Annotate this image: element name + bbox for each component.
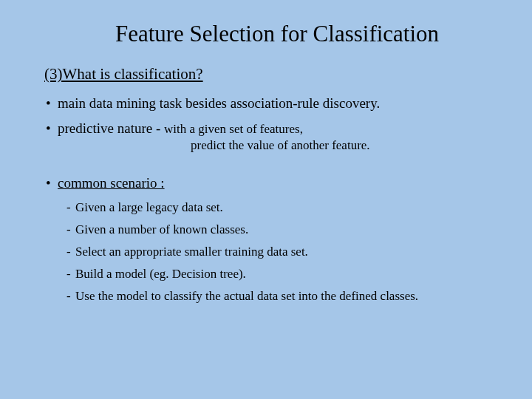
dash-icon: - [66,222,75,237]
sub-item: -Build a model (eg. Decision tree). [66,267,495,282]
sub-item: -Use the model to classify the actual da… [66,289,495,304]
sub-item: -Given a large legacy data set. [66,200,495,215]
bullet-dot-icon: • [44,175,58,191]
bullet-item: • main data mining task besides associat… [44,95,495,112]
dash-icon: - [66,289,75,304]
bullet-dot-icon: • [44,120,58,137]
sub-item: -Given a number of known classes. [66,222,495,237]
sub-item: -Select an appropriate smaller training … [66,245,495,259]
section-subheading: (3)What is classification? [44,65,495,83]
dash-icon: - [66,245,75,259]
predictive-sub2: predict the value of another feature. [191,138,495,153]
sub-text: Given a large legacy data set. [75,200,223,214]
predictive-lead: predictive nature - [58,120,164,136]
slide-title: Feature Selection for Classification [59,21,495,47]
bullet-dot-icon: • [44,95,58,112]
sub-text: Select an appropriate smaller training d… [75,245,308,259]
bullet-text-scenario: common scenario : [58,175,495,191]
sub-text: Build a model (eg. Decision tree). [75,267,246,281]
predictive-sub1: with a given set of features, [164,122,303,136]
sub-text: Given a number of known classes. [75,222,248,236]
dash-icon: - [66,200,75,215]
bullet-text: predictive nature - with a given set of … [58,120,495,137]
bullet-text: main data mining task besides associatio… [58,95,495,112]
bullet-item: • predictive nature - with a given set o… [44,120,495,137]
bullet-item: • common scenario : [44,175,495,191]
sub-text: Use the model to classify the actual dat… [75,289,418,303]
dash-icon: - [66,267,75,282]
